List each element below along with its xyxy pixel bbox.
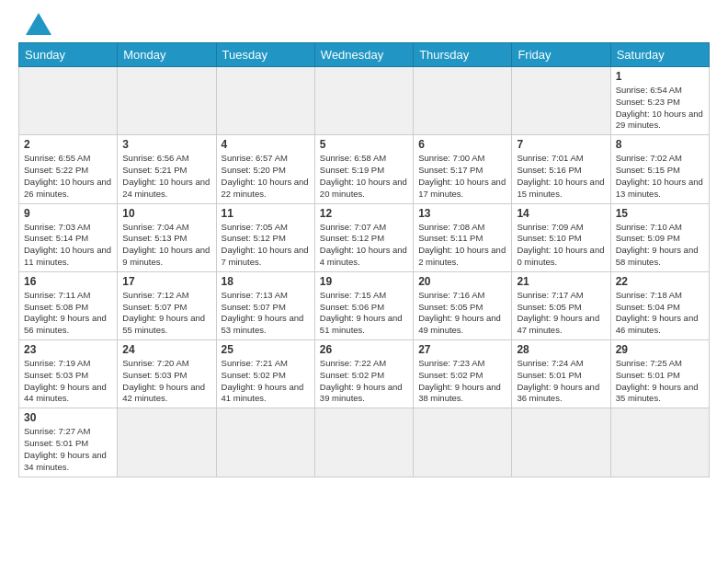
calendar-cell: 10Sunrise: 7:04 AM Sunset: 5:13 PM Dayli… [118,203,216,271]
calendar-cell: 3Sunrise: 6:56 AM Sunset: 5:21 PM Daylig… [118,135,216,203]
day-info: Sunrise: 7:22 AM Sunset: 5:02 PM Dayligh… [320,358,408,405]
day-info: Sunrise: 7:17 AM Sunset: 5:05 PM Dayligh… [517,290,605,337]
day-info: Sunrise: 7:27 AM Sunset: 5:01 PM Dayligh… [24,426,112,473]
day-info: Sunrise: 7:00 AM Sunset: 5:17 PM Dayligh… [418,153,506,200]
calendar-cell: 18Sunrise: 7:13 AM Sunset: 5:07 PM Dayli… [216,271,314,339]
calendar: SundayMondayTuesdayWednesdayThursdayFrid… [18,42,710,477]
calendar-cell: 2Sunrise: 6:55 AM Sunset: 5:22 PM Daylig… [19,135,118,203]
day-number: 18 [222,275,310,288]
calendar-cell: 29Sunrise: 7:25 AM Sunset: 5:01 PM Dayli… [610,340,709,408]
day-number: 6 [418,138,506,151]
day-number: 10 [122,207,210,220]
calendar-cell: 20Sunrise: 7:16 AM Sunset: 5:05 PM Dayli… [414,271,512,339]
calendar-cell: 19Sunrise: 7:15 AM Sunset: 5:06 PM Dayli… [314,271,413,339]
day-info: Sunrise: 7:02 AM Sunset: 5:15 PM Dayligh… [616,153,704,200]
day-info: Sunrise: 7:07 AM Sunset: 5:12 PM Dayligh… [320,222,408,269]
calendar-header-sunday: Sunday [19,43,118,67]
day-info: Sunrise: 7:21 AM Sunset: 5:02 PM Dayligh… [222,358,310,405]
day-info: Sunrise: 7:20 AM Sunset: 5:03 PM Dayligh… [122,358,210,405]
day-number: 8 [616,138,704,151]
logo-area [18,15,51,35]
day-number: 12 [320,207,408,220]
calendar-cell [610,408,709,477]
calendar-header-monday: Monday [118,43,216,67]
day-number: 7 [517,138,605,151]
calendar-cell [19,67,118,135]
calendar-cell: 30Sunrise: 7:27 AM Sunset: 5:01 PM Dayli… [19,408,118,477]
day-number: 9 [24,207,112,220]
day-number: 29 [616,343,704,356]
day-info: Sunrise: 7:24 AM Sunset: 5:01 PM Dayligh… [517,358,605,405]
day-number: 19 [320,275,408,288]
day-number: 3 [122,138,210,151]
day-number: 25 [222,343,310,356]
calendar-week-1: 1Sunrise: 6:54 AM Sunset: 5:23 PM Daylig… [19,67,710,135]
day-number: 4 [222,138,310,151]
day-info: Sunrise: 7:18 AM Sunset: 5:04 PM Dayligh… [616,290,704,337]
day-info: Sunrise: 6:55 AM Sunset: 5:22 PM Dayligh… [24,153,112,200]
calendar-cell [216,408,314,477]
calendar-cell [118,408,216,477]
calendar-week-5: 23Sunrise: 7:19 AM Sunset: 5:03 PM Dayli… [19,340,710,408]
calendar-cell [216,67,314,135]
calendar-cell: 22Sunrise: 7:18 AM Sunset: 5:04 PM Dayli… [610,271,709,339]
calendar-header-saturday: Saturday [610,43,709,67]
day-info: Sunrise: 7:09 AM Sunset: 5:10 PM Dayligh… [517,222,605,269]
calendar-cell [118,67,216,135]
day-info: Sunrise: 7:08 AM Sunset: 5:11 PM Dayligh… [418,222,506,269]
day-info: Sunrise: 6:58 AM Sunset: 5:19 PM Dayligh… [320,153,408,200]
day-info: Sunrise: 7:12 AM Sunset: 5:07 PM Dayligh… [122,290,210,337]
day-info: Sunrise: 7:11 AM Sunset: 5:08 PM Dayligh… [24,290,112,337]
calendar-week-6: 30Sunrise: 7:27 AM Sunset: 5:01 PM Dayli… [19,408,710,477]
calendar-cell: 13Sunrise: 7:08 AM Sunset: 5:11 PM Dayli… [414,203,512,271]
day-number: 21 [517,275,605,288]
day-info: Sunrise: 7:10 AM Sunset: 5:09 PM Dayligh… [616,222,704,269]
day-number: 17 [122,275,210,288]
day-info: Sunrise: 7:23 AM Sunset: 5:02 PM Dayligh… [418,358,506,405]
day-number: 26 [320,343,408,356]
day-number: 23 [24,343,112,356]
calendar-header-tuesday: Tuesday [216,43,314,67]
day-number: 28 [517,343,605,356]
calendar-header-friday: Friday [512,43,610,67]
calendar-cell: 5Sunrise: 6:58 AM Sunset: 5:19 PM Daylig… [314,135,413,203]
calendar-cell: 6Sunrise: 7:00 AM Sunset: 5:17 PM Daylig… [414,135,512,203]
day-number: 20 [418,275,506,288]
calendar-cell: 1Sunrise: 6:54 AM Sunset: 5:23 PM Daylig… [610,67,709,135]
day-info: Sunrise: 6:57 AM Sunset: 5:20 PM Dayligh… [222,153,310,200]
day-number: 27 [418,343,506,356]
day-info: Sunrise: 7:01 AM Sunset: 5:16 PM Dayligh… [517,153,605,200]
calendar-cell: 26Sunrise: 7:22 AM Sunset: 5:02 PM Dayli… [314,340,413,408]
calendar-header-row: SundayMondayTuesdayWednesdayThursdayFrid… [19,43,710,67]
day-info: Sunrise: 6:56 AM Sunset: 5:21 PM Dayligh… [122,153,210,200]
calendar-cell: 27Sunrise: 7:23 AM Sunset: 5:02 PM Dayli… [414,340,512,408]
day-info: Sunrise: 7:16 AM Sunset: 5:05 PM Dayligh… [418,290,506,337]
header [18,15,710,35]
calendar-cell [414,67,512,135]
calendar-week-3: 9Sunrise: 7:03 AM Sunset: 5:14 PM Daylig… [19,203,710,271]
calendar-cell: 25Sunrise: 7:21 AM Sunset: 5:02 PM Dayli… [216,340,314,408]
logo-triangle-icon [26,13,51,35]
calendar-cell: 7Sunrise: 7:01 AM Sunset: 5:16 PM Daylig… [512,135,610,203]
calendar-cell: 16Sunrise: 7:11 AM Sunset: 5:08 PM Dayli… [19,271,118,339]
calendar-header-wednesday: Wednesday [314,43,413,67]
calendar-cell: 15Sunrise: 7:10 AM Sunset: 5:09 PM Dayli… [610,203,709,271]
day-number: 16 [24,275,112,288]
calendar-cell [414,408,512,477]
calendar-cell [512,67,610,135]
day-number: 2 [24,138,112,151]
day-info: Sunrise: 7:13 AM Sunset: 5:07 PM Dayligh… [222,290,310,337]
calendar-cell: 21Sunrise: 7:17 AM Sunset: 5:05 PM Dayli… [512,271,610,339]
calendar-cell: 17Sunrise: 7:12 AM Sunset: 5:07 PM Dayli… [118,271,216,339]
calendar-cell: 28Sunrise: 7:24 AM Sunset: 5:01 PM Dayli… [512,340,610,408]
calendar-cell: 8Sunrise: 7:02 AM Sunset: 5:15 PM Daylig… [610,135,709,203]
calendar-cell [314,408,413,477]
day-info: Sunrise: 7:19 AM Sunset: 5:03 PM Dayligh… [24,358,112,405]
calendar-cell: 11Sunrise: 7:05 AM Sunset: 5:12 PM Dayli… [216,203,314,271]
calendar-cell [512,408,610,477]
day-number: 5 [320,138,408,151]
calendar-cell: 9Sunrise: 7:03 AM Sunset: 5:14 PM Daylig… [19,203,118,271]
day-number: 22 [616,275,704,288]
logo [18,15,51,35]
calendar-cell: 14Sunrise: 7:09 AM Sunset: 5:10 PM Dayli… [512,203,610,271]
